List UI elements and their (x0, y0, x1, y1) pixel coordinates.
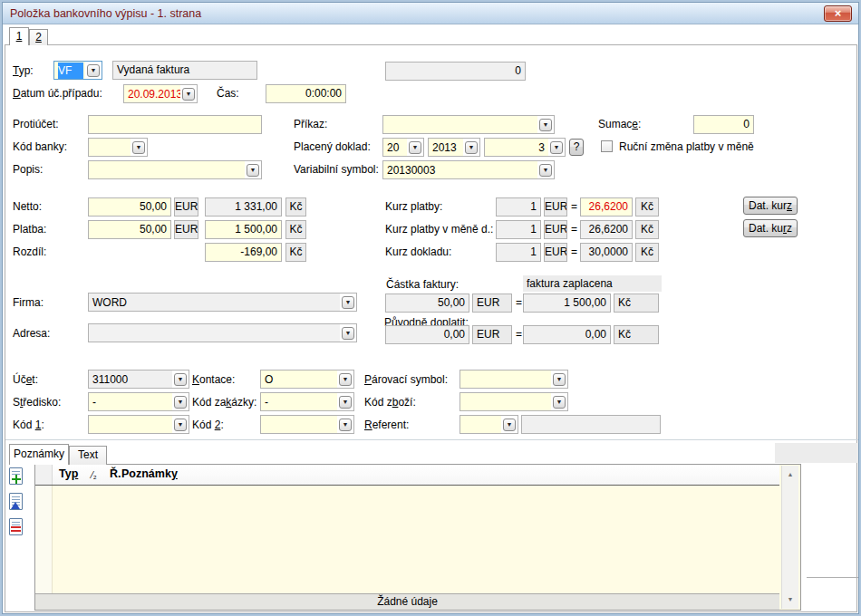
castka-currency-box: EUR (472, 294, 512, 313)
firma-dropdown-icon[interactable]: ▼ (342, 296, 354, 309)
kod-zakazky-dropdown-icon[interactable]: ▼ (339, 396, 352, 409)
dat-kurz-button-2[interactable]: Dat. kurz (743, 219, 798, 237)
ucet-dropdown-icon[interactable]: ▼ (174, 373, 187, 386)
prikaz-combobox[interactable]: ▼ (382, 115, 555, 134)
doklad-help-button[interactable]: ? (569, 139, 584, 156)
kod-banky-dropdown-icon[interactable]: ▼ (132, 141, 145, 154)
prikaz-dropdown-icon[interactable]: ▼ (539, 119, 552, 131)
notes-grid-body[interactable] (35, 486, 779, 593)
parovaci-dropdown-icon[interactable]: ▼ (553, 373, 566, 386)
kod-zakazky-combobox[interactable]: - ▼ (260, 392, 354, 411)
typ-name-field[interactable]: Vydaná faktura (112, 61, 257, 80)
puvodne-field[interactable]: 0,00 (385, 325, 469, 344)
kod2-combobox[interactable]: ▼ (260, 415, 354, 434)
castka-field[interactable]: 50,00 (385, 294, 469, 313)
kurz-mene-qty-field[interactable]: 1 (496, 220, 541, 239)
platba-field[interactable]: 50,00 (88, 220, 171, 239)
document-number-field[interactable]: 0 (385, 62, 526, 81)
kod-zbozi-dropdown-icon[interactable]: ▼ (553, 396, 566, 409)
referent-name-field[interactable] (521, 415, 661, 434)
cas-field[interactable]: 0:00:00 (266, 84, 346, 103)
notes-col-poznamky[interactable]: Poznámky (121, 467, 178, 480)
popis-dropdown-icon[interactable]: ▼ (247, 164, 259, 177)
ucet-value: 311000 (89, 371, 172, 388)
note-add-button[interactable] (7, 467, 29, 488)
popis-combobox[interactable]: ▼ (88, 160, 262, 179)
kontace-label: Kontace: (192, 373, 235, 386)
notes-col-sort-icon[interactable]: ⁄₂ (92, 470, 97, 480)
netto-field[interactable]: 50,00 (88, 197, 171, 217)
prikaz-label: Příkaz: (294, 118, 327, 130)
typ-combobox[interactable]: VF ▼ (53, 61, 102, 80)
kod-banky-combobox[interactable]: ▼ (88, 138, 148, 157)
stredisko-dropdown-icon[interactable]: ▼ (174, 396, 187, 409)
notes-col-typ[interactable]: Typ (59, 467, 78, 480)
page-tab-1[interactable]: 1 (9, 27, 29, 45)
kurz-mene-label: Kurz platby v měně d.: (385, 223, 493, 236)
stredisko-combobox[interactable]: - ▼ (88, 392, 189, 411)
referent-combobox[interactable]: ▼ (460, 415, 518, 434)
doklad-rada-dropdown-icon[interactable]: ▼ (409, 141, 421, 154)
kurz-mene-rate-field[interactable]: 26,6200 (580, 220, 633, 239)
sumace-field[interactable]: 0 (693, 115, 754, 134)
close-button[interactable]: × (824, 5, 852, 22)
title-bar[interactable]: Položka bankovního výpisu - 1. strana × (3, 3, 858, 24)
protiucet-field[interactable] (88, 115, 262, 134)
kurz-platby-rate-field[interactable]: 26,6200 (580, 197, 633, 217)
doklad-cislo-combobox[interactable]: 3 ▼ (484, 138, 566, 157)
ucet-combobox[interactable]: 311000 ▼ (88, 370, 189, 389)
adresa-combobox[interactable]: ▼ (88, 323, 357, 342)
kod-zbozi-combobox[interactable]: ▼ (460, 392, 568, 411)
tab-poznamky[interactable]: Poznámky (9, 444, 69, 465)
kontace-combobox[interactable]: O ▼ (260, 370, 354, 389)
doklad-cislo-value: 3 (485, 139, 548, 156)
kod1-dropdown-icon[interactable]: ▼ (174, 419, 187, 431)
scroll-down-icon[interactable]: ▼ (783, 592, 798, 607)
dialog-window: Položka bankovního výpisu - 1. strana × … (0, 0, 861, 616)
netto-label: Netto: (13, 200, 42, 213)
note-delete-icon (9, 518, 23, 535)
datum-date-picker[interactable]: 20.09.2013 ▼ (123, 84, 198, 103)
platba-czk-field[interactable]: 1 500,00 (205, 220, 282, 239)
vs-combobox[interactable]: 20130003 ▼ (382, 160, 555, 179)
puvodne-czk-field[interactable]: 0,00 (523, 325, 611, 344)
netto-currency-box: EUR (174, 197, 198, 217)
note-delete-button[interactable] (7, 517, 29, 539)
dat-kurz-button-1[interactable]: Dat. kurz (743, 197, 798, 215)
kontace-dropdown-icon[interactable]: ▼ (339, 373, 352, 386)
doklad-rok-combobox[interactable]: 2013 ▼ (428, 138, 480, 157)
note-edit-button[interactable] (7, 492, 29, 514)
kurz-dokladu-qty-field[interactable]: 1 (496, 243, 541, 262)
kurz-dokladu-rate-field[interactable]: 30,0000 (580, 243, 633, 262)
typ-dropdown-icon[interactable]: ▼ (87, 64, 100, 77)
rozdil-czk-field[interactable]: -169,00 (205, 243, 282, 262)
kurz-platby-qty-field[interactable]: 1 (496, 197, 541, 217)
notes-scrollbar[interactable]: ▲ ▼ (781, 466, 798, 609)
page-tab-2[interactable]: 2 (29, 29, 48, 45)
kod2-dropdown-icon[interactable]: ▼ (339, 419, 352, 431)
sumace-label: Sumace: (598, 118, 641, 130)
rucni-zmena-checkbox[interactable] (601, 140, 613, 152)
notes-col-radek[interactable]: Ř. (110, 467, 121, 480)
vs-dropdown-icon[interactable]: ▼ (539, 164, 552, 177)
datum-dropdown-icon[interactable]: ▼ (182, 88, 195, 101)
notes-grid-header: Typ ⁄₂ Ř. Poznámky (35, 465, 779, 486)
kod1-combobox[interactable]: ▼ (88, 415, 189, 434)
doklad-rok-dropdown-icon[interactable]: ▼ (465, 141, 478, 154)
platba-label: Platba: (13, 223, 46, 236)
firma-label: Firma: (13, 296, 44, 309)
castka-czk-field[interactable]: 1 500,00 (523, 294, 611, 313)
doklad-cislo-dropdown-icon[interactable]: ▼ (550, 141, 563, 154)
prikaz-value (383, 116, 537, 133)
parovaci-symbol-combobox[interactable]: ▼ (460, 370, 568, 389)
scroll-up-icon[interactable]: ▲ (783, 467, 798, 482)
adresa-dropdown-icon[interactable]: ▼ (342, 327, 354, 340)
popis-label: Popis: (13, 163, 43, 176)
doklad-rada-combobox[interactable]: 20 ▼ (382, 138, 424, 157)
referent-dropdown-icon[interactable]: ▼ (503, 419, 516, 431)
popis-value (89, 161, 245, 178)
window-title: Položka bankovního výpisu - 1. strana (10, 7, 201, 20)
firma-combobox[interactable]: WORD ▼ (88, 293, 357, 312)
netto-czk-field[interactable]: 1 331,00 (205, 197, 282, 217)
tab-text[interactable]: Text (69, 446, 107, 465)
